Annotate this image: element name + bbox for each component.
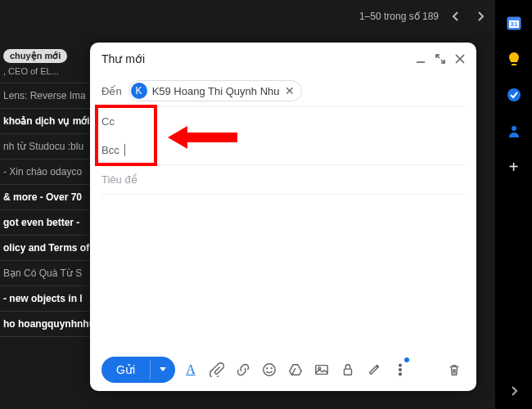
more-options-icon[interactable] (390, 359, 411, 380)
recipient-avatar: K (131, 83, 147, 99)
next-page-icon[interactable] (473, 8, 488, 25)
attach-file-icon[interactable] (206, 359, 228, 380)
send-label: Gửi (101, 357, 150, 383)
side-panel: 31 + (495, 0, 532, 409)
send-options-icon[interactable] (150, 360, 175, 380)
recipient-name: K59 Hoang Thi Quynh Nhu (152, 85, 280, 97)
svg-point-4 (507, 88, 521, 101)
svg-point-5 (512, 126, 516, 131)
svg-rect-12 (345, 369, 352, 375)
svg-point-15 (399, 373, 402, 375)
discard-draft-icon[interactable] (444, 359, 465, 380)
bcc-field[interactable]: Bcc (101, 136, 465, 164)
svg-text:31: 31 (510, 20, 517, 28)
remove-recipient-icon[interactable]: ✕ (285, 84, 295, 97)
tasks-icon[interactable] (506, 87, 522, 103)
compose-body-area[interactable] (101, 195, 465, 348)
contacts-icon[interactable] (506, 123, 522, 139)
keep-icon[interactable] (506, 51, 522, 67)
mail-text: olicy and Terms of (3, 242, 89, 254)
svg-point-9 (271, 368, 272, 369)
toolbar: 1–50 trong số 189 (0, 0, 532, 33)
svg-rect-10 (316, 366, 327, 375)
svg-point-7 (264, 364, 275, 375)
compose-window: Thư mới Đến K K59 Hoang Thi Quynh Nhu ✕ … (90, 43, 476, 391)
text-cursor (124, 144, 125, 156)
insert-drive-icon[interactable] (285, 359, 306, 380)
mail-text: - new objects in l (3, 293, 83, 304)
svg-point-13 (399, 364, 402, 366)
close-icon[interactable] (455, 54, 465, 64)
mail-text: got even better - (3, 217, 79, 228)
compose-toolbar: Gửi A (90, 348, 476, 391)
svg-point-8 (267, 368, 268, 369)
format-text-icon[interactable]: A (180, 359, 201, 380)
cc-field[interactable]: Cc (101, 107, 465, 136)
send-button[interactable]: Gửi (101, 357, 175, 383)
insert-photo-icon[interactable] (311, 359, 332, 380)
svg-point-14 (399, 369, 402, 371)
mail-text: nh từ Studocu :blu (3, 141, 83, 152)
collapse-panel-icon[interactable] (510, 384, 518, 399)
mail-text: - Xin chào odayco (3, 166, 82, 178)
label-chip: chuyện mới (3, 49, 67, 63)
mail-text: ho hoangquynhnhu (3, 318, 95, 330)
mail-text: khoản dịch vụ mới (3, 115, 90, 127)
mail-text: & more - Over 70 (3, 191, 82, 203)
recipient-chip[interactable]: K K59 Hoang Thi Quynh Nhu ✕ (128, 80, 302, 101)
insert-link-icon[interactable] (232, 359, 254, 380)
add-addon-icon[interactable]: + (506, 159, 522, 175)
insert-signature-icon[interactable] (363, 359, 385, 380)
notification-dot (404, 357, 409, 362)
pagination-label: 1–50 trong số 189 (359, 11, 439, 22)
insert-emoji-icon[interactable] (259, 359, 280, 380)
to-label: Đến (101, 85, 122, 97)
subject-placeholder: Tiêu đề (101, 173, 138, 186)
bcc-label: Bcc (101, 144, 119, 156)
to-field-row[interactable]: Đến K K59 Hoang Thi Quynh Nhu ✕ (101, 75, 465, 107)
mail-text: Lens: Reverse Ima (3, 90, 86, 101)
prev-page-icon[interactable] (449, 8, 463, 25)
compose-header: Thư mới (90, 43, 476, 75)
subject-field[interactable]: Tiêu đề (101, 164, 465, 195)
minimize-icon[interactable] (416, 54, 426, 64)
mail-text: Bạn Có Quà Từ S (3, 267, 82, 279)
calendar-icon[interactable]: 31 (506, 15, 522, 31)
fullscreen-icon[interactable] (435, 54, 445, 64)
cc-label: Cc (101, 115, 115, 128)
confidential-mode-icon[interactable] (337, 359, 358, 380)
compose-title: Thư mới (101, 52, 145, 65)
